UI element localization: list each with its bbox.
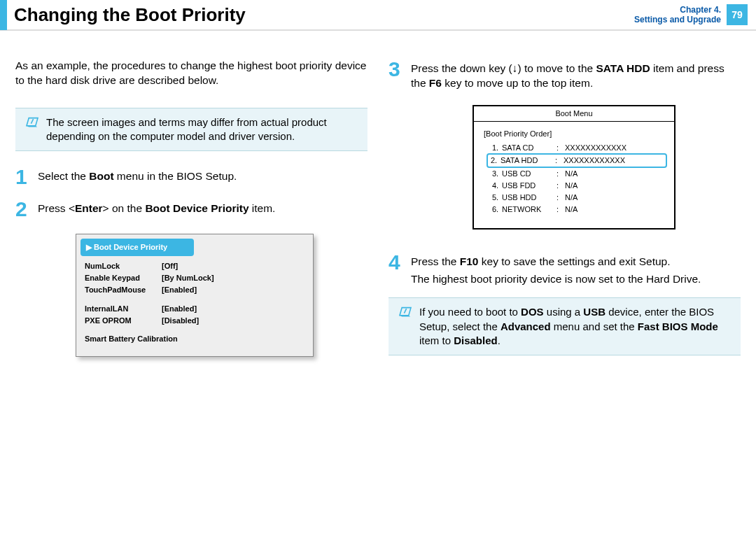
bios-footer: Smart Battery Calibration xyxy=(80,333,309,345)
step-number-4: 4 xyxy=(388,252,411,273)
note-box-2: If you need to boot to DOS using a USB d… xyxy=(388,297,741,355)
step-number-2: 2 xyxy=(15,199,38,220)
step-4-text: Press the F10 key to save the settings a… xyxy=(411,252,701,287)
t: Enter xyxy=(75,202,103,214)
t: Press the xyxy=(411,255,460,267)
t: item. xyxy=(249,202,276,214)
t: Smart Battery Calibration xyxy=(85,334,178,344)
t: Press < xyxy=(38,202,75,214)
arrow-icon: ▶ xyxy=(86,243,94,251)
t: SATA HDD xyxy=(596,62,650,74)
header-accent xyxy=(0,0,7,30)
page-header: Changing the Boot Priority Chapter 4. Se… xyxy=(0,0,756,31)
chapter-line1: Chapter 4. xyxy=(634,5,721,15)
t: Press the down key (↓) to move to the xyxy=(411,62,596,74)
t: F10 xyxy=(460,255,479,267)
t: Select the xyxy=(38,170,89,182)
t: key to save the settings and exit Setup. xyxy=(479,255,671,267)
t: USB xyxy=(583,306,606,318)
note-text-1: The screen images and terms may differ f… xyxy=(46,116,327,142)
t: Advanced xyxy=(500,320,551,332)
t: The highest boot priority device is now … xyxy=(411,273,701,285)
t: If you need to boot to xyxy=(419,306,521,318)
t: DOS xyxy=(521,306,544,318)
boot-priority-label: [Boot Priority Order] xyxy=(484,129,664,139)
t: F6 xyxy=(429,77,442,89)
boot-menu-body: [Boot Priority Order] 1.SATA CD:XXXXXXXX… xyxy=(474,122,674,228)
bios-row: InternalLAN[Enabled] xyxy=(80,303,309,315)
boot-menu-title: Boot Menu xyxy=(474,106,674,122)
step-4: 4 Press the F10 key to save the settings… xyxy=(388,252,741,287)
boot-menu-row: 1.SATA CD:XXXXXXXXXXXX xyxy=(489,142,664,154)
t: Disabled xyxy=(454,334,498,346)
step-number-3: 3 xyxy=(388,59,411,80)
page-title: Changing the Boot Priority xyxy=(14,4,634,26)
bios-rows-group-1: NumLock[Off]Enable Keypad[By NumLock]Tou… xyxy=(80,260,309,296)
boot-menu-rows: 1.SATA CD:XXXXXXXXXXXX2.SATA HDD:XXXXXXX… xyxy=(484,142,664,216)
chapter-label: Chapter 4. Settings and Upgrade xyxy=(634,5,721,25)
t: Boot Device Priority xyxy=(145,202,248,214)
bios-row: PXE OPROM[Disabled] xyxy=(80,315,309,327)
page-number: 79 xyxy=(727,4,748,25)
step-2-text: Press <Enter> on the Boot Device Priorit… xyxy=(38,199,275,216)
t: Fast BIOS Mode xyxy=(638,320,718,332)
intro-text: As an example, the procedures to change … xyxy=(15,59,368,88)
chapter-line2: Settings and Upgrade xyxy=(634,15,721,24)
boot-menu-row: 5.USB HDD:N/A xyxy=(489,192,664,204)
note-icon xyxy=(25,117,39,128)
t: using a xyxy=(544,306,584,318)
t: > on the xyxy=(103,202,146,214)
step-number-1: 1 xyxy=(15,167,38,188)
step-1-text: Select the Boot menu in the BIOS Setup. xyxy=(38,167,237,184)
bios-rows-group-2: InternalLAN[Enabled]PXE OPROM[Disabled] xyxy=(80,303,309,327)
bios-highlight-label: Boot Device Priority xyxy=(94,243,167,251)
bios-panel: ▶ Boot Device Priority NumLock[Off]Enabl… xyxy=(76,234,314,357)
step-3-text: Press the down key (↓) to move to the SA… xyxy=(411,59,741,91)
right-column: 3 Press the down key (↓) to move to the … xyxy=(388,59,741,371)
boot-menu-panel: Boot Menu [Boot Priority Order] 1.SATA C… xyxy=(472,105,676,230)
boot-menu-row: 3.USB CD:N/A xyxy=(489,168,664,180)
step-1: 1 Select the Boot menu in the BIOS Setup… xyxy=(15,167,368,188)
t: item to xyxy=(419,334,454,346)
step-3: 3 Press the down key (↓) to move to the … xyxy=(388,59,741,91)
bios-row: TouchPadMouse[Enabled] xyxy=(80,284,309,296)
t: menu and set the xyxy=(551,320,638,332)
header-right: Chapter 4. Settings and Upgrade 79 xyxy=(634,4,756,25)
note-box-1: The screen images and terms may differ f… xyxy=(15,108,368,152)
left-column: As an example, the procedures to change … xyxy=(15,59,368,371)
boot-menu-row: 6.NETWORK:N/A xyxy=(489,204,664,216)
content: As an example, the procedures to change … xyxy=(0,31,756,371)
step-2: 2 Press <Enter> on the Boot Device Prior… xyxy=(15,199,368,220)
t: menu in the BIOS Setup. xyxy=(114,170,237,182)
t: . xyxy=(498,334,500,346)
boot-menu-row: 4.USB FDD:N/A xyxy=(489,180,664,192)
boot-menu-row-highlighted: 2.SATA HDD:XXXXXXXXXXXX xyxy=(486,153,667,168)
bios-highlight-row: ▶ Boot Device Priority xyxy=(80,239,194,256)
bios-row: NumLock[Off] xyxy=(80,260,309,272)
t: key to move up to the top item. xyxy=(442,77,593,89)
bios-row: Enable Keypad[By NumLock] xyxy=(80,272,309,284)
t: Boot xyxy=(89,170,113,182)
note-icon xyxy=(398,306,412,318)
